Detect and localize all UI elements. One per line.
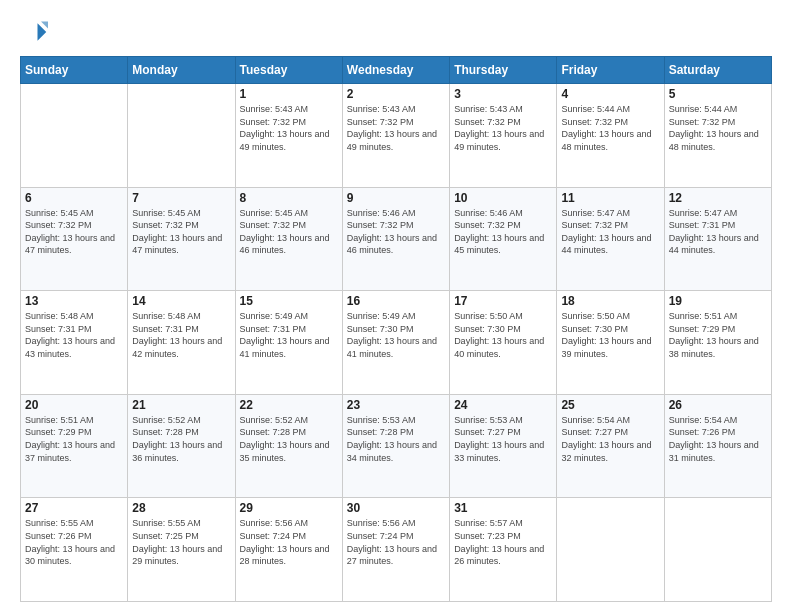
calendar-cell: 1Sunrise: 5:43 AM Sunset: 7:32 PM Daylig…	[235, 84, 342, 188]
calendar-day-header: Tuesday	[235, 57, 342, 84]
day-number: 27	[25, 501, 123, 515]
calendar-cell: 9Sunrise: 5:46 AM Sunset: 7:32 PM Daylig…	[342, 187, 449, 291]
calendar-cell: 26Sunrise: 5:54 AM Sunset: 7:26 PM Dayli…	[664, 394, 771, 498]
day-number: 28	[132, 501, 230, 515]
calendar-day-header: Wednesday	[342, 57, 449, 84]
day-number: 1	[240, 87, 338, 101]
day-info: Sunrise: 5:46 AM Sunset: 7:32 PM Dayligh…	[347, 207, 445, 257]
calendar-day-header: Saturday	[664, 57, 771, 84]
day-number: 23	[347, 398, 445, 412]
day-number: 19	[669, 294, 767, 308]
day-info: Sunrise: 5:52 AM Sunset: 7:28 PM Dayligh…	[240, 414, 338, 464]
page: SundayMondayTuesdayWednesdayThursdayFrid…	[0, 0, 792, 612]
calendar-cell: 22Sunrise: 5:52 AM Sunset: 7:28 PM Dayli…	[235, 394, 342, 498]
calendar-week-row: 1Sunrise: 5:43 AM Sunset: 7:32 PM Daylig…	[21, 84, 772, 188]
day-info: Sunrise: 5:46 AM Sunset: 7:32 PM Dayligh…	[454, 207, 552, 257]
calendar-cell: 29Sunrise: 5:56 AM Sunset: 7:24 PM Dayli…	[235, 498, 342, 602]
day-number: 14	[132, 294, 230, 308]
day-number: 29	[240, 501, 338, 515]
calendar-week-row: 27Sunrise: 5:55 AM Sunset: 7:26 PM Dayli…	[21, 498, 772, 602]
day-info: Sunrise: 5:55 AM Sunset: 7:26 PM Dayligh…	[25, 517, 123, 567]
calendar-cell: 30Sunrise: 5:56 AM Sunset: 7:24 PM Dayli…	[342, 498, 449, 602]
day-number: 16	[347, 294, 445, 308]
calendar-cell: 18Sunrise: 5:50 AM Sunset: 7:30 PM Dayli…	[557, 291, 664, 395]
day-info: Sunrise: 5:52 AM Sunset: 7:28 PM Dayligh…	[132, 414, 230, 464]
day-info: Sunrise: 5:47 AM Sunset: 7:32 PM Dayligh…	[561, 207, 659, 257]
calendar-cell: 24Sunrise: 5:53 AM Sunset: 7:27 PM Dayli…	[450, 394, 557, 498]
logo	[20, 18, 52, 46]
calendar-cell: 4Sunrise: 5:44 AM Sunset: 7:32 PM Daylig…	[557, 84, 664, 188]
calendar-cell	[557, 498, 664, 602]
day-number: 13	[25, 294, 123, 308]
day-number: 8	[240, 191, 338, 205]
day-info: Sunrise: 5:49 AM Sunset: 7:31 PM Dayligh…	[240, 310, 338, 360]
calendar-cell	[128, 84, 235, 188]
calendar-cell: 17Sunrise: 5:50 AM Sunset: 7:30 PM Dayli…	[450, 291, 557, 395]
day-number: 24	[454, 398, 552, 412]
day-number: 17	[454, 294, 552, 308]
calendar-cell: 11Sunrise: 5:47 AM Sunset: 7:32 PM Dayli…	[557, 187, 664, 291]
calendar-day-header: Thursday	[450, 57, 557, 84]
calendar-cell: 14Sunrise: 5:48 AM Sunset: 7:31 PM Dayli…	[128, 291, 235, 395]
day-info: Sunrise: 5:45 AM Sunset: 7:32 PM Dayligh…	[25, 207, 123, 257]
day-number: 15	[240, 294, 338, 308]
calendar-cell: 12Sunrise: 5:47 AM Sunset: 7:31 PM Dayli…	[664, 187, 771, 291]
calendar-cell: 20Sunrise: 5:51 AM Sunset: 7:29 PM Dayli…	[21, 394, 128, 498]
calendar-cell: 23Sunrise: 5:53 AM Sunset: 7:28 PM Dayli…	[342, 394, 449, 498]
day-number: 21	[132, 398, 230, 412]
calendar-cell: 8Sunrise: 5:45 AM Sunset: 7:32 PM Daylig…	[235, 187, 342, 291]
calendar-day-header: Monday	[128, 57, 235, 84]
calendar-day-header: Sunday	[21, 57, 128, 84]
calendar-cell	[664, 498, 771, 602]
logo-icon	[20, 18, 48, 46]
day-number: 25	[561, 398, 659, 412]
calendar-week-row: 13Sunrise: 5:48 AM Sunset: 7:31 PM Dayli…	[21, 291, 772, 395]
day-info: Sunrise: 5:49 AM Sunset: 7:30 PM Dayligh…	[347, 310, 445, 360]
day-info: Sunrise: 5:56 AM Sunset: 7:24 PM Dayligh…	[240, 517, 338, 567]
day-info: Sunrise: 5:43 AM Sunset: 7:32 PM Dayligh…	[240, 103, 338, 153]
calendar-cell: 6Sunrise: 5:45 AM Sunset: 7:32 PM Daylig…	[21, 187, 128, 291]
day-info: Sunrise: 5:47 AM Sunset: 7:31 PM Dayligh…	[669, 207, 767, 257]
day-info: Sunrise: 5:55 AM Sunset: 7:25 PM Dayligh…	[132, 517, 230, 567]
calendar-week-row: 6Sunrise: 5:45 AM Sunset: 7:32 PM Daylig…	[21, 187, 772, 291]
day-number: 22	[240, 398, 338, 412]
calendar-cell: 28Sunrise: 5:55 AM Sunset: 7:25 PM Dayli…	[128, 498, 235, 602]
calendar-cell	[21, 84, 128, 188]
day-info: Sunrise: 5:54 AM Sunset: 7:26 PM Dayligh…	[669, 414, 767, 464]
day-number: 31	[454, 501, 552, 515]
calendar-cell: 7Sunrise: 5:45 AM Sunset: 7:32 PM Daylig…	[128, 187, 235, 291]
day-number: 5	[669, 87, 767, 101]
calendar-cell: 31Sunrise: 5:57 AM Sunset: 7:23 PM Dayli…	[450, 498, 557, 602]
calendar-day-header: Friday	[557, 57, 664, 84]
day-info: Sunrise: 5:51 AM Sunset: 7:29 PM Dayligh…	[669, 310, 767, 360]
calendar-cell: 25Sunrise: 5:54 AM Sunset: 7:27 PM Dayli…	[557, 394, 664, 498]
day-number: 9	[347, 191, 445, 205]
day-info: Sunrise: 5:57 AM Sunset: 7:23 PM Dayligh…	[454, 517, 552, 567]
day-info: Sunrise: 5:45 AM Sunset: 7:32 PM Dayligh…	[240, 207, 338, 257]
calendar-week-row: 20Sunrise: 5:51 AM Sunset: 7:29 PM Dayli…	[21, 394, 772, 498]
day-info: Sunrise: 5:48 AM Sunset: 7:31 PM Dayligh…	[25, 310, 123, 360]
day-number: 4	[561, 87, 659, 101]
calendar-cell: 10Sunrise: 5:46 AM Sunset: 7:32 PM Dayli…	[450, 187, 557, 291]
header	[20, 18, 772, 46]
day-info: Sunrise: 5:43 AM Sunset: 7:32 PM Dayligh…	[454, 103, 552, 153]
day-number: 11	[561, 191, 659, 205]
day-number: 30	[347, 501, 445, 515]
calendar-cell: 15Sunrise: 5:49 AM Sunset: 7:31 PM Dayli…	[235, 291, 342, 395]
calendar-table: SundayMondayTuesdayWednesdayThursdayFrid…	[20, 56, 772, 602]
day-info: Sunrise: 5:53 AM Sunset: 7:28 PM Dayligh…	[347, 414, 445, 464]
calendar-cell: 21Sunrise: 5:52 AM Sunset: 7:28 PM Dayli…	[128, 394, 235, 498]
calendar-cell: 3Sunrise: 5:43 AM Sunset: 7:32 PM Daylig…	[450, 84, 557, 188]
calendar-header-row: SundayMondayTuesdayWednesdayThursdayFrid…	[21, 57, 772, 84]
day-number: 10	[454, 191, 552, 205]
day-info: Sunrise: 5:43 AM Sunset: 7:32 PM Dayligh…	[347, 103, 445, 153]
day-number: 6	[25, 191, 123, 205]
svg-marker-1	[41, 22, 48, 29]
day-info: Sunrise: 5:50 AM Sunset: 7:30 PM Dayligh…	[454, 310, 552, 360]
calendar-cell: 16Sunrise: 5:49 AM Sunset: 7:30 PM Dayli…	[342, 291, 449, 395]
day-info: Sunrise: 5:54 AM Sunset: 7:27 PM Dayligh…	[561, 414, 659, 464]
day-number: 7	[132, 191, 230, 205]
calendar-cell: 19Sunrise: 5:51 AM Sunset: 7:29 PM Dayli…	[664, 291, 771, 395]
day-info: Sunrise: 5:44 AM Sunset: 7:32 PM Dayligh…	[669, 103, 767, 153]
day-info: Sunrise: 5:50 AM Sunset: 7:30 PM Dayligh…	[561, 310, 659, 360]
